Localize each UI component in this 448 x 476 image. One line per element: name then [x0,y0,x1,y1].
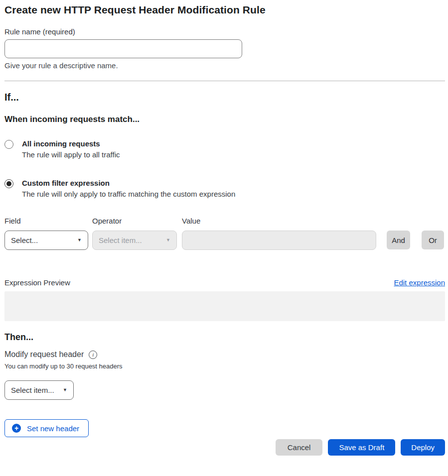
expression-preview-header: Expression Preview Edit expression [4,278,445,287]
value-input[interactable] [182,231,376,250]
chevron-down-icon: ▼ [166,238,170,242]
footer-actions: Cancel Save as Draft Deploy [4,439,445,456]
set-new-header-button[interactable]: + Set new header [4,419,89,437]
radio-description: The rule will apply to all traffic [22,150,120,159]
cancel-button[interactable]: Cancel [276,439,323,456]
header-item-select-value: Select item... [11,386,54,394]
deploy-button[interactable]: Deploy [401,439,445,456]
rule-name-input[interactable] [4,39,242,58]
radio-label: All incoming requests [22,139,120,148]
radio-label: Custom filter expression [22,179,235,187]
chevron-down-icon: ▼ [63,388,67,392]
or-button[interactable]: Or [422,231,444,249]
plus-icon: + [12,424,21,433]
radio-button-icon[interactable] [4,140,13,149]
page-title: Create new HTTP Request Header Modificat… [4,4,445,16]
match-subheading: When incoming requests match... [4,115,445,124]
rule-name-label: Rule name (required) [4,27,445,36]
create-rule-page: Create new HTTP Request Header Modificat… [0,0,448,456]
info-icon[interactable]: i [89,351,97,359]
set-new-header-label: Set new header [27,424,79,433]
operator-label: Operator [92,217,177,225]
then-heading: Then... [4,332,445,343]
field-select-value: Select... [11,236,38,244]
expression-preview-box [4,291,445,321]
header-item-select[interactable]: Select item... ▼ [4,380,74,400]
edit-expression-link[interactable]: Edit expression [394,278,445,287]
value-label: Value [182,217,376,225]
chevron-down-icon: ▼ [77,238,82,242]
field-label: Field [4,217,88,225]
operator-select-value: Select item... [99,236,142,244]
expression-builder-row: Field Select... ▼ Operator Select item..… [4,217,445,250]
save-as-draft-button[interactable]: Save as Draft [328,439,395,456]
if-heading: If... [4,92,445,103]
field-select[interactable]: Select... ▼ [4,231,88,250]
rule-name-helper: Give your rule a descriptive name. [4,61,445,70]
modify-request-header-row: Modify request header i [4,350,445,359]
and-button[interactable]: And [387,231,410,249]
modify-request-header-label: Modify request header [4,350,84,359]
modify-header-helper: You can modify up to 30 request headers [4,362,445,370]
section-divider [4,81,445,81]
radio-option-text: All incoming requests The rule will appl… [22,139,120,159]
radio-button-icon[interactable] [4,179,13,188]
expression-preview-label: Expression Preview [4,278,70,287]
radio-description: The rule will only apply to traffic matc… [22,190,235,198]
radio-option-custom-filter-expression[interactable]: Custom filter expression The rule will o… [4,179,445,198]
radio-option-all-incoming-requests[interactable]: All incoming requests The rule will appl… [4,139,445,159]
radio-option-text: Custom filter expression The rule will o… [22,179,235,198]
operator-select[interactable]: Select item... ▼ [92,231,177,250]
